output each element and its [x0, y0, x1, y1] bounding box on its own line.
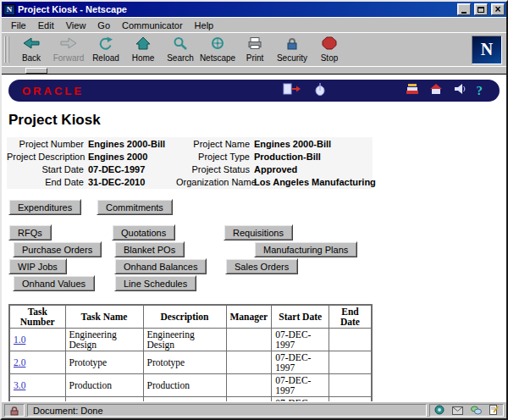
task-description-cell: Shipping [143, 397, 226, 402]
netscape-logo[interactable]: N [472, 36, 502, 64]
task-row: 1.0 Engineering Design Engineering Desig… [9, 329, 372, 351]
minimize-button[interactable] [457, 3, 471, 15]
task-start-cell: 07-DEC-1997 [272, 397, 329, 402]
task-row: 4.0 Shipping Shipping 07-DEC-1997 [9, 397, 372, 402]
security-label: Security [277, 53, 307, 63]
task-name-cell: Shipping [65, 397, 143, 402]
menu-file[interactable]: File [5, 19, 32, 32]
search-button[interactable]: Search [162, 34, 199, 65]
task-link[interactable]: 3.0 [14, 380, 25, 390]
purchase-orders-button[interactable]: Purchase Orders [13, 241, 102, 257]
stop-label: Stop [321, 53, 339, 63]
security-status-icon[interactable] [4, 404, 25, 417]
reload-label: Reload [92, 53, 119, 63]
window-title: Project Kiosk - Netscape [18, 4, 454, 14]
toolbar-collapse-strip [2, 66, 506, 74]
oracle-banner: ORACLE ? [8, 80, 500, 102]
toolbar-grabber[interactable] [4, 36, 9, 63]
field-label: Project Description [7, 152, 88, 162]
task-description-cell: Production [143, 374, 226, 397]
column-header: End Date [329, 305, 372, 329]
back-button[interactable]: Back [13, 34, 50, 65]
tasks-table: Task Number Task Name Description Manage… [8, 304, 373, 401]
blanket-pos-button[interactable]: Blanket POs [114, 241, 185, 257]
quotations-button[interactable]: Quotations [112, 224, 175, 240]
field-value: 31-DEC-2010 [88, 177, 176, 187]
column-header: Start Date [272, 305, 329, 329]
status-message-panel: Document: Done [27, 404, 427, 417]
field-value: Engines 2000 [88, 152, 176, 162]
netscape-label: Netscape [200, 53, 235, 63]
onhand-balances-button[interactable]: Onhand Balances [114, 258, 207, 274]
task-start-cell: 07-DEC-1997 [272, 351, 329, 374]
task-end-cell [329, 329, 372, 351]
menu-edit[interactable]: Edit [32, 19, 60, 32]
expenditures-button[interactable]: Expenditures [8, 199, 81, 215]
discussions-icon[interactable] [471, 403, 482, 418]
field-label: Project Name [176, 139, 254, 149]
print-button[interactable]: Print [236, 34, 273, 65]
task-row: 2.0 Prototype Prototype 07-DEC-1997 [9, 351, 372, 374]
line-schedules-button[interactable]: Line Schedules [114, 275, 196, 291]
maximize-icon [478, 7, 484, 13]
composer-icon[interactable] [489, 403, 499, 418]
manufacturing-plans-button[interactable]: Manufacturing Plans [254, 241, 357, 257]
padlock-icon [284, 36, 300, 52]
task-link[interactable]: 1.0 [14, 334, 25, 345]
mouse-icon[interactable] [315, 83, 325, 99]
home-label: Home [132, 53, 155, 63]
home-button[interactable]: Home [124, 34, 162, 65]
back-icon [23, 36, 40, 52]
help-icon[interactable]: ? [477, 84, 483, 98]
close-button[interactable]: × [491, 3, 505, 15]
sales-orders-button[interactable]: Sales Orders [225, 258, 298, 274]
field-value: Engines 2000-Bill [254, 139, 376, 149]
task-manager-cell [226, 397, 272, 402]
rfqs-button[interactable]: RFQs [8, 224, 52, 240]
field-value: Production-Bill [254, 152, 376, 162]
task-start-cell: 07-DEC-1997 [272, 374, 329, 397]
forward-icon [60, 36, 77, 52]
menu-communicator[interactable]: Communicator [116, 19, 189, 32]
onhand-values-button[interactable]: Onhand Values [13, 275, 95, 291]
netscape-app-icon: N [3, 4, 15, 15]
field-value: Los Angeles Manufacturing [254, 177, 376, 187]
task-description-cell: Engineering Design [143, 329, 226, 351]
library-icon[interactable] [406, 83, 419, 98]
navigator-icon[interactable] [434, 403, 444, 418]
security-button[interactable]: Security [273, 34, 311, 65]
print-icon [247, 36, 262, 52]
wip-jobs-button[interactable]: WIP Jobs [8, 258, 67, 274]
forward-label: Forward [53, 53, 85, 63]
menu-help[interactable]: Help [189, 19, 220, 32]
netscape-guide-button[interactable]: Netscape [199, 34, 236, 65]
mailbox-icon[interactable] [452, 403, 463, 418]
menu-bar: File Edit View Go Communicator Help [2, 17, 506, 32]
field-value: 07-DEC-1997 [88, 164, 176, 174]
back-label: Back [22, 53, 41, 63]
exit-icon[interactable] [283, 83, 301, 98]
home-page-icon[interactable] [429, 83, 443, 98]
stop-button[interactable]: Stop [311, 34, 348, 65]
task-start-cell: 07-DEC-1997 [272, 329, 329, 351]
task-name-cell: Production [65, 374, 143, 397]
task-end-cell [329, 374, 372, 397]
maximize-button[interactable] [474, 3, 488, 15]
speaker-icon[interactable] [453, 83, 467, 98]
netscape-window: N Project Kiosk - Netscape × File Edit V… [0, 0, 508, 420]
task-end-cell [329, 351, 372, 374]
menu-go[interactable]: Go [91, 19, 116, 32]
field-label: Start Date [7, 164, 88, 174]
title-bar[interactable]: N Project Kiosk - Netscape × [2, 2, 506, 17]
requisitions-button[interactable]: Requisitions [224, 224, 293, 240]
home-icon [135, 36, 151, 52]
toolbar-collapse-tab[interactable] [25, 68, 47, 74]
reload-button[interactable]: Reload [87, 34, 124, 65]
task-link[interactable]: 2.0 [14, 357, 25, 368]
forward-button[interactable]: Forward [50, 34, 87, 65]
menu-view[interactable]: View [60, 19, 92, 32]
project-summary: Project Number Engines 2000-Bill Project… [7, 137, 373, 189]
column-header: Manager [226, 305, 272, 329]
search-icon [173, 36, 188, 52]
commitments-button[interactable]: Commitments [97, 199, 173, 215]
